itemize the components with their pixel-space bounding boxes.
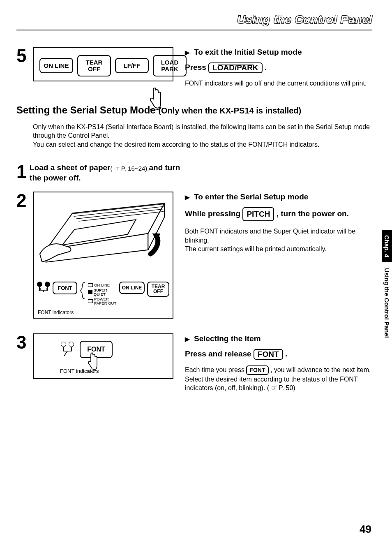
tear-off-button-small: TEAR OFF xyxy=(147,282,169,297)
pitch-keycap: PITCH xyxy=(242,207,274,221)
step-3-right: ▶ Selecting the Item Press and release F… xyxy=(185,333,372,393)
printer-illustration xyxy=(34,192,173,279)
step-2-heading-text: To enter the Serial Setup mode xyxy=(194,192,308,203)
page-header-title: Using the Control Panel xyxy=(16,13,372,26)
load-bot: PARK xyxy=(156,66,183,72)
step-1-text: Load a sheet of paper ( ☞ P. 16~24), and… xyxy=(30,163,193,183)
intro-line-1: Only when the KX-PS14 (Serial Interface … xyxy=(33,123,372,140)
step-5-heading: ▶ To exit the Initial Setup mode xyxy=(185,47,372,58)
press-prefix: Press xyxy=(185,63,206,72)
press-suffix: . xyxy=(265,63,267,72)
step-3-body: Each time you press FONT , you will adva… xyxy=(185,365,372,393)
online-button-small: ON LINE xyxy=(119,282,145,294)
step-2-press-line: While pressing PITCH , turn the power on… xyxy=(185,207,372,221)
step2-line-a: While pressing xyxy=(185,209,242,218)
led-pair-icon xyxy=(37,282,50,287)
step-2-body: Both FONT indicators and the Super Quiet… xyxy=(185,227,372,254)
pointing-hand-icon xyxy=(85,351,101,372)
step-1-left: 1 Load a sheet of paper ( ☞ P. 16~24), a… xyxy=(16,163,193,183)
font-keycap: FONT xyxy=(254,349,283,360)
step-3-left: 3 FONT FONT indicators xyxy=(16,333,173,393)
step-2-heading: ▶ To enter the Serial Setup mode xyxy=(185,192,372,203)
lbl-online: ON LINE xyxy=(94,283,110,287)
tear-bot-s: OFF xyxy=(149,289,167,294)
chapter-number-tab: Chap. 4 xyxy=(382,230,392,262)
step-5-body: FONT indicators will go off and the curr… xyxy=(185,79,372,88)
load-top: LOAD xyxy=(156,59,183,66)
step-2-left: 2 xyxy=(16,192,173,319)
step-5-press-line: Press LOAD/PARK . xyxy=(185,62,372,73)
font-keycap-inline-text: FONT xyxy=(249,367,265,373)
page-number: 49 xyxy=(360,523,371,536)
intro-line-2: You can select and change the desired it… xyxy=(33,140,372,149)
step-2-row: 2 xyxy=(16,192,372,319)
step-2-panel: FONT ON LINE SUPER QUIET POWERPAPER OUT … xyxy=(34,279,173,310)
step-3-number: 3 xyxy=(16,333,33,351)
led-pair-icon xyxy=(61,342,74,347)
step3-press-suffix: . xyxy=(285,349,287,358)
triangle-icon: ▶ xyxy=(185,333,190,345)
step2-line-b: , turn the power on. xyxy=(277,209,349,218)
section-heading: Setting the Serial Setup Mode (Only when… xyxy=(16,104,372,116)
curly-brace-icon xyxy=(80,282,85,300)
pointing-hand-icon xyxy=(147,86,164,111)
step2-body2: The current settings will be printed aut… xyxy=(185,245,372,254)
header-rule xyxy=(16,30,372,30)
step2-body1: Both FONT indicators and the Super Quiet… xyxy=(185,227,372,245)
step-5-left: 5 ON LINE TEAR OFF LF/FF LOAD PARK xyxy=(16,47,173,88)
step-5-diagram: ON LINE TEAR OFF LF/FF LOAD PARK xyxy=(33,47,173,81)
step3-press-prefix: Press and release xyxy=(185,349,251,358)
step-2-number: 2 xyxy=(16,192,33,210)
indicator-labels: ON LINE SUPER QUIET POWERPAPER OUT xyxy=(88,282,117,305)
tear-bot: OFF xyxy=(81,66,108,72)
chapter-title-tab: Using the Control Panel xyxy=(382,262,392,350)
step-3-diagram: FONT FONT indicators xyxy=(33,333,173,379)
lbl-super-quiet: SUPER QUIET xyxy=(94,288,117,296)
font-button-small: FONT xyxy=(53,282,77,294)
lf-ff-button: LF/FF xyxy=(115,58,149,73)
step-5-right: ▶ To exit the Initial Setup mode Press L… xyxy=(185,47,372,88)
step-3-heading-text: Selecting the Item xyxy=(194,333,261,345)
section-title-sub: (Only when the KX-PS14 is installed) xyxy=(158,106,301,115)
step-1-number: 1 xyxy=(16,163,30,181)
step3-body-a: Each time you press xyxy=(185,366,246,373)
font-keycap-inline: FONT xyxy=(246,365,268,375)
online-button: ON LINE xyxy=(39,58,73,73)
load-park-keycap: LOAD/PARK xyxy=(208,62,263,73)
step1-bold-a: Load a sheet of paper xyxy=(30,163,110,172)
tear-top: TEAR xyxy=(81,59,108,66)
section-intro: Only when the KX-PS14 (Serial Interface … xyxy=(33,123,372,149)
step-5-row: 5 ON LINE TEAR OFF LF/FF LOAD PARK xyxy=(16,47,372,88)
step-3-heading: ▶ Selecting the Item xyxy=(185,333,372,345)
section-title-main: Setting the Serial Setup Mode xyxy=(16,104,156,116)
triangle-icon: ▶ xyxy=(185,192,190,203)
step-2-diagram: FONT ON LINE SUPER QUIET POWERPAPER OUT … xyxy=(33,192,173,319)
step-5-number: 5 xyxy=(16,47,33,65)
chapter-side-tab: Chap. 4 Using the Control Panel xyxy=(382,230,392,350)
step-3-row: 3 FONT FONT indicators xyxy=(16,333,372,393)
step-1-row: 1 Load a sheet of paper ( ☞ P. 16~24), a… xyxy=(16,163,372,183)
font-indicators-label-3: FONT indicators xyxy=(60,368,165,374)
lbl-paperout: PAPER OUT xyxy=(94,301,116,305)
font-indicators-label-2: FONT indicators xyxy=(34,310,173,318)
page-root: Using the Control Panel 5 ON LINE TEAR O… xyxy=(0,0,392,548)
load-park-button: LOAD PARK xyxy=(153,55,187,76)
step1-ref: ( ☞ P. 16~24), xyxy=(110,164,149,173)
step-5-heading-text: To exit the Initial Setup mode xyxy=(194,47,302,58)
tear-off-button: TEAR OFF xyxy=(77,55,111,76)
step-3-press-line: Press and release FONT . xyxy=(185,349,372,360)
step-2-right: ▶ To enter the Serial Setup mode While p… xyxy=(185,192,372,319)
